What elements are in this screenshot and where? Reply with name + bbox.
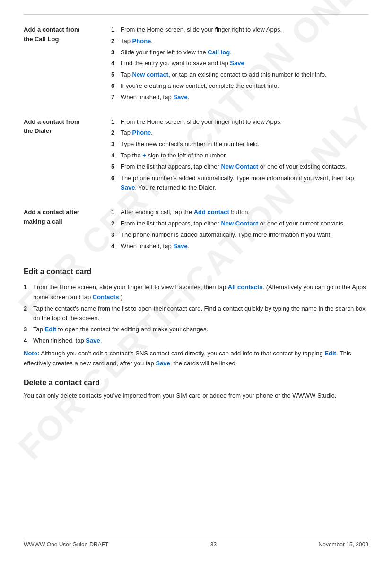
list-item: From the list that appears, tap either N… — [111, 219, 368, 229]
section-after-call: Add a contact after making a call After … — [24, 208, 368, 252]
list-item: Slide your finger left to view the Call … — [111, 48, 368, 58]
delete-section-body: You can only delete contacts you’ve impo… — [24, 391, 368, 401]
note-text: Although you can't edit a contact's SNS … — [24, 350, 351, 367]
section-call-log-content: From the Home screen, slide your finger … — [111, 25, 368, 104]
footer-right: November 15, 2009 — [319, 541, 368, 548]
list-item: When finished, tap Save. — [24, 336, 368, 346]
top-border — [24, 14, 368, 15]
list-item: If you're creating a new contact, comple… — [111, 81, 368, 91]
edit-steps: From the Home screen, slide your finger … — [24, 283, 368, 346]
after-call-steps: After ending a call, tap the Add contact… — [111, 208, 368, 251]
section-dialer: Add a contact from the Dialer From the H… — [24, 117, 368, 195]
list-item: Tap Phone. — [111, 36, 368, 46]
list-item: When finished, tap Save. — [111, 93, 368, 103]
list-item: After ending a call, tap the Add contact… — [111, 208, 368, 217]
dialer-steps: From the Home screen, slide your finger … — [111, 117, 368, 193]
section-call-log-label: Add a contact from the Call Log — [24, 25, 111, 104]
list-item: Tap Phone. — [111, 128, 368, 138]
section-after-call-content: After ending a call, tap the Add contact… — [111, 208, 368, 252]
edit-note: Note: Although you can't edit a contact'… — [24, 349, 368, 369]
list-item: Tap Edit to open the contact for editing… — [24, 325, 368, 335]
list-item: Type the new contact's number in the num… — [111, 139, 368, 149]
call-log-steps: From the Home screen, slide your finger … — [111, 25, 368, 103]
delete-section-heading: Delete a contact card — [24, 379, 368, 387]
delete-section: Delete a contact card You can only delet… — [24, 379, 368, 401]
section-call-log: Add a contact from the Call Log From the… — [24, 25, 368, 104]
section-after-call-label: Add a contact after making a call — [24, 208, 111, 252]
list-item: Find the entry you want to save and tap … — [111, 59, 368, 69]
list-item: When finished, tap Save. — [111, 242, 368, 251]
list-item: From the Home screen, slide your finger … — [111, 25, 368, 35]
edit-section: Edit a contact card From the Home screen… — [24, 266, 368, 368]
list-item: From the Home screen, slide your finger … — [24, 283, 368, 303]
list-item: Tap New contact, or tap an existing cont… — [111, 70, 368, 80]
list-item: Tap the + sign to the left of the number… — [111, 151, 368, 161]
list-item: The phone number is added automatically.… — [111, 230, 368, 240]
list-item: Tap the contact's name from the list to … — [24, 304, 368, 324]
note-label: Note: — [24, 350, 39, 357]
footer-left: WWWW One User Guide-DRAFT — [24, 541, 108, 548]
footer-center: 33 — [210, 541, 217, 548]
list-item: The phone number's added automatically. … — [111, 173, 368, 193]
list-item: From the list that appears, tap either N… — [111, 162, 368, 172]
list-item: From the Home screen, slide your finger … — [111, 117, 368, 127]
page: FOR CERTIFICATION ONLY FOR CERTIFICATION… — [0, 0, 392, 562]
edit-section-heading: Edit a contact card — [24, 266, 368, 278]
footer: WWWW One User Guide-DRAFT 33 November 15… — [24, 538, 368, 548]
section-dialer-content: From the Home screen, slide your finger … — [111, 117, 368, 195]
section-dialer-label: Add a contact from the Dialer — [24, 117, 111, 195]
